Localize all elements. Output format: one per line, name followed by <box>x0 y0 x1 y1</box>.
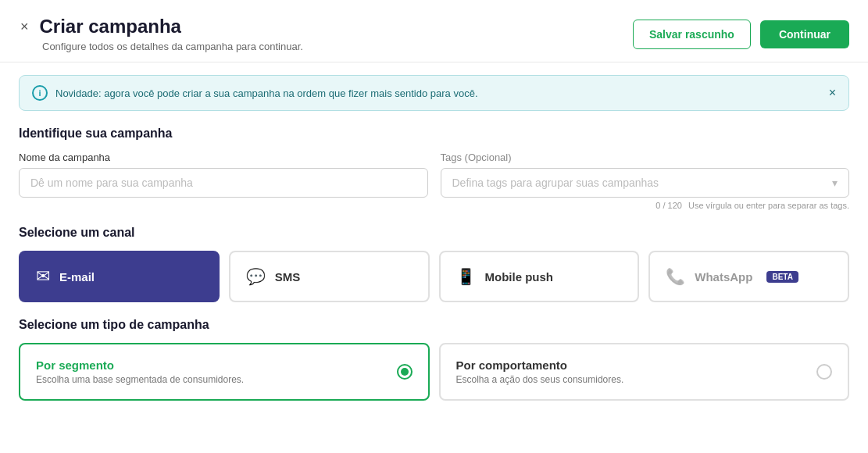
campaign-name-field: Nome da campanha <box>19 152 428 198</box>
type-card-segment-info: Por segmento Escolha uma base segmentada… <box>36 358 244 385</box>
title-row: × Criar campanha <box>19 16 181 37</box>
type-card-segment-title: Por segmento <box>36 358 244 372</box>
chevron-down-icon: ▾ <box>832 177 838 189</box>
channel-label-whatsapp: WhatsApp <box>695 270 752 284</box>
channel-section-label: Selecione um canal <box>19 226 849 240</box>
close-button[interactable]: × <box>19 18 30 35</box>
mobile-push-icon: 📱 <box>456 267 476 286</box>
tags-placeholder: Defina tags para agrupar suas campanhas <box>452 177 659 189</box>
email-icon: ✉ <box>36 266 50 287</box>
beta-badge: BETA <box>766 271 798 283</box>
page-title: Criar campanha <box>40 16 181 37</box>
channel-section: Selecione um canal ✉ E-mail 💬 SMS 📱 Mobi… <box>19 226 849 302</box>
campaign-name-label: Nome da campanha <box>19 152 428 163</box>
channel-card-email[interactable]: ✉ E-mail <box>19 251 220 302</box>
radio-behavior[interactable] <box>816 364 832 380</box>
main-content: i Novidade: agora você pode criar a sua … <box>0 62 868 416</box>
campaign-type-section: Selecione um tipo de campanha Por segmen… <box>19 318 849 401</box>
tags-label: Tags (Opcional) <box>441 152 850 163</box>
info-icon: i <box>32 85 48 101</box>
channel-card-sms[interactable]: 💬 SMS <box>229 251 430 302</box>
sms-icon: 💬 <box>246 267 266 286</box>
char-hint-text: Use vírgula ou enter para separar as tag… <box>688 201 849 210</box>
continue-button[interactable]: Continuar <box>760 20 849 48</box>
campaign-name-input[interactable] <box>19 168 428 198</box>
channel-card-whatsapp[interactable]: 📞 WhatsApp BETA <box>648 251 849 302</box>
form-row: Nome da campanha Tags (Opcional) Defina … <box>19 152 849 198</box>
identify-section: Identifique sua campanha Nome da campanh… <box>19 127 849 210</box>
banner-left: i Novidade: agora você pode criar a sua … <box>32 85 478 101</box>
banner-text: Novidade: agora você pode criar a sua ca… <box>55 87 478 99</box>
header-left: × Criar campanha Configure todos os deta… <box>19 16 303 52</box>
header-actions: Salvar rascunho Continuar <box>633 20 849 49</box>
tags-select[interactable]: Defina tags para agrupar suas campanhas … <box>441 168 850 198</box>
whatsapp-icon: 📞 <box>666 267 685 286</box>
info-banner: i Novidade: agora você pode criar a sua … <box>19 75 849 111</box>
banner-close-button[interactable]: × <box>829 86 836 100</box>
char-hint-row: 0 / 120 Use vírgula ou enter para separa… <box>19 201 849 210</box>
type-cards: Por segmento Escolha uma base segmentada… <box>19 343 849 401</box>
channel-label-mobile-push: Mobile push <box>485 270 554 284</box>
type-card-behavior-info: Por comportamento Escolha a ação dos seu… <box>456 358 624 385</box>
channel-cards: ✉ E-mail 💬 SMS 📱 Mobile push 📞 WhatsApp … <box>19 251 849 302</box>
char-count: 0 / 120 <box>655 201 682 210</box>
type-card-behavior-desc: Escolha a ação dos seus consumidores. <box>456 374 624 385</box>
page-header: × Criar campanha Configure todos os deta… <box>0 0 868 62</box>
type-card-segment-desc: Escolha uma base segmentada de consumido… <box>36 374 244 385</box>
channel-label-email: E-mail <box>59 270 95 284</box>
save-draft-button[interactable]: Salvar rascunho <box>633 20 751 49</box>
channel-card-mobile-push[interactable]: 📱 Mobile push <box>439 251 640 302</box>
type-card-behavior[interactable]: Por comportamento Escolha a ação dos seu… <box>439 343 850 401</box>
page-subtitle: Configure todos os detalhes da campanha … <box>42 41 303 52</box>
tags-field: Tags (Opcional) Defina tags para agrupar… <box>441 152 850 198</box>
type-card-segment[interactable]: Por segmento Escolha uma base segmentada… <box>19 343 430 401</box>
type-card-behavior-title: Por comportamento <box>456 358 624 372</box>
type-section-label: Selecione um tipo de campanha <box>19 318 849 332</box>
channel-label-sms: SMS <box>275 270 301 284</box>
radio-segment[interactable] <box>397 364 413 380</box>
identify-section-label: Identifique sua campanha <box>19 127 849 141</box>
